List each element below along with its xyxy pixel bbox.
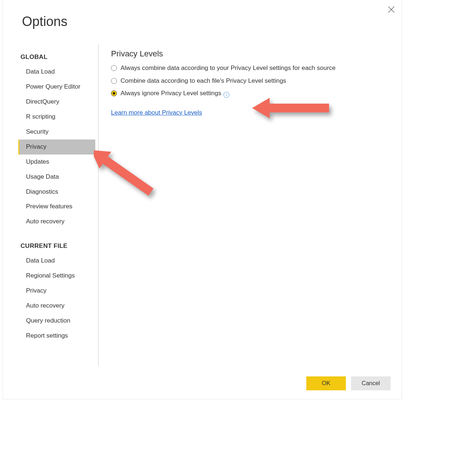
sidebar-item[interactable]: Usage Data: [18, 170, 95, 185]
info-icon[interactable]: i: [224, 92, 229, 98]
sidebar-item[interactable]: R scripting: [18, 109, 95, 124]
sidebar-item[interactable]: Auto recovery: [18, 214, 95, 229]
sidebar-item[interactable]: Privacy: [18, 283, 95, 298]
sidebar-item[interactable]: Updates: [18, 155, 95, 170]
radio-label: Always combine data according to your Pr…: [121, 64, 336, 73]
close-button[interactable]: [386, 4, 396, 15]
sidebar-item[interactable]: Power Query Editor: [18, 79, 95, 94]
ok-button[interactable]: OK: [306, 376, 346, 390]
sidebar-item[interactable]: Regional Settings: [18, 268, 95, 283]
sidebar-section-header: GLOBAL: [18, 50, 95, 64]
privacy-radio-option[interactable]: Always combine data according to your Pr…: [111, 64, 381, 73]
sidebar: GLOBALData LoadPower Query EditorDirectQ…: [18, 44, 95, 366]
dialog-footer: OK Cancel: [306, 376, 391, 390]
dialog-title: Options: [22, 14, 67, 29]
sidebar-item[interactable]: Report settings: [18, 328, 95, 343]
privacy-radio-option[interactable]: Combine data according to each file's Pr…: [111, 77, 381, 86]
content-panel: Privacy Levels Always combine data accor…: [99, 44, 388, 366]
content-heading: Privacy Levels: [111, 49, 381, 59]
options-dialog: Options GLOBALData LoadPower Query Edito…: [3, 0, 402, 399]
sidebar-item[interactable]: Preview features: [18, 199, 95, 214]
dialog-body: GLOBALData LoadPower Query EditorDirectQ…: [18, 44, 388, 366]
sidebar-item[interactable]: Data Load: [18, 253, 95, 268]
radio-icon: [111, 78, 117, 84]
radio-label: Combine data according to each file's Pr…: [121, 77, 286, 86]
radio-icon: [111, 65, 117, 71]
sidebar-item[interactable]: Diagnostics: [18, 185, 95, 200]
sidebar-item[interactable]: Data Load: [18, 64, 95, 79]
sidebar-item[interactable]: Privacy: [18, 140, 95, 155]
privacy-radio-option[interactable]: Always ignore Privacy Level settingsi: [111, 89, 381, 98]
radio-icon: [111, 90, 117, 96]
privacy-radio-group: Always combine data according to your Pr…: [111, 64, 381, 98]
sidebar-item[interactable]: DirectQuery: [18, 94, 95, 109]
learn-more-link[interactable]: Learn more about Privacy Levels: [111, 109, 202, 116]
sidebar-section-header: CURRENT FILE: [18, 239, 95, 253]
sidebar-item[interactable]: Security: [18, 124, 95, 140]
close-icon: [388, 6, 395, 13]
radio-label: Always ignore Privacy Level settingsi: [121, 89, 229, 98]
sidebar-item[interactable]: Auto recovery: [18, 298, 95, 313]
sidebar-item[interactable]: Query reduction: [18, 313, 95, 328]
cancel-button[interactable]: Cancel: [351, 376, 391, 390]
